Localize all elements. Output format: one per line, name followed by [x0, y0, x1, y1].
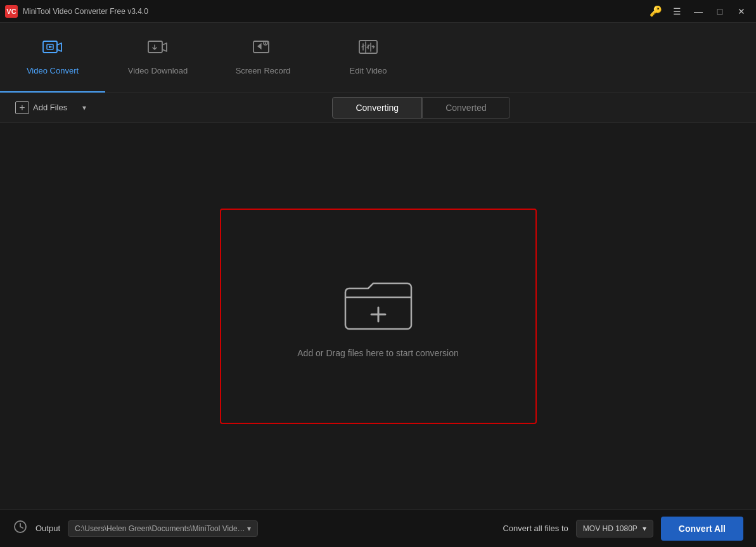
add-files-icon — [15, 101, 29, 114]
converted-tab[interactable]: Converted — [422, 97, 510, 119]
folder-plus-icon — [340, 274, 416, 338]
format-selector[interactable]: MOV HD 1080P ▾ — [576, 520, 653, 537]
convert-all-label: Convert all files to — [503, 524, 568, 533]
add-files-dropdown-arrow[interactable]: ▾ — [80, 101, 89, 115]
tab-video-convert[interactable]: Video Convert — [0, 23, 105, 93]
edit-video-icon — [358, 39, 378, 61]
drop-zone[interactable]: Add or Drag files here to start conversi… — [220, 209, 537, 424]
app-logo: VC — [5, 5, 18, 18]
main-content: Add or Drag files here to start conversi… — [0, 123, 756, 509]
svg-point-5 — [265, 42, 266, 43]
format-dropdown-arrow: ▾ — [643, 524, 646, 533]
tab-video-download-label: Video Download — [128, 66, 188, 75]
minimize-button[interactable]: — — [689, 3, 708, 20]
converting-tab[interactable]: Converting — [332, 97, 422, 119]
close-button[interactable]: ✕ — [732, 3, 751, 20]
title-text: MiniTool Video Converter Free v3.4.0 — [23, 7, 148, 16]
menu-button[interactable]: ☰ — [667, 3, 686, 20]
maximize-button[interactable]: □ — [710, 3, 729, 20]
drop-text: Add or Drag files here to start conversi… — [297, 348, 458, 358]
video-convert-icon — [42, 39, 63, 61]
bottom-bar: Output C:\Users\Helen Green\Documents\Mi… — [0, 509, 756, 547]
tab-edit-video-label: Edit Video — [349, 66, 387, 75]
screen-record-icon — [253, 39, 273, 61]
title-bar: VC MiniTool Video Converter Free v3.4.0 … — [0, 0, 756, 23]
tab-edit-video[interactable]: Edit Video — [316, 23, 421, 93]
format-value: MOV HD 1080P — [583, 524, 637, 533]
clock-icon[interactable] — [13, 519, 28, 537]
tab-video-download[interactable]: Video Download — [105, 23, 210, 93]
folder-icon-container: Add or Drag files here to start conversi… — [297, 274, 458, 358]
tab-video-convert-label: Video Convert — [27, 66, 79, 75]
tab-screen-record[interactable]: Screen Record — [210, 23, 316, 93]
convert-all-button[interactable]: Convert All — [661, 517, 743, 541]
output-path-dropdown-arrow: ▾ — [247, 524, 251, 533]
output-path-text: C:\Users\Helen Green\Documents\MiniTool … — [75, 524, 246, 533]
output-path-selector[interactable]: C:\Users\Helen Green\Documents\MiniTool … — [68, 520, 258, 537]
svg-rect-2 — [148, 41, 162, 53]
nav-bar: Video Convert Video Download Screen Reco… — [0, 23, 756, 93]
add-files-button[interactable]: Add Files — [10, 99, 72, 117]
convert-tabs: Converting Converted — [332, 97, 509, 119]
add-files-label: Add Files — [33, 103, 67, 112]
output-label: Output — [35, 524, 60, 533]
sub-toolbar: Add Files ▾ Converting Converted — [0, 93, 756, 123]
tab-screen-record-label: Screen Record — [236, 66, 291, 75]
title-controls: 🔑 ☰ — □ ✕ — [650, 3, 751, 20]
title-left: VC MiniTool Video Converter Free v3.4.0 — [5, 5, 148, 18]
video-download-icon — [148, 39, 168, 61]
key-icon[interactable]: 🔑 — [650, 5, 662, 17]
